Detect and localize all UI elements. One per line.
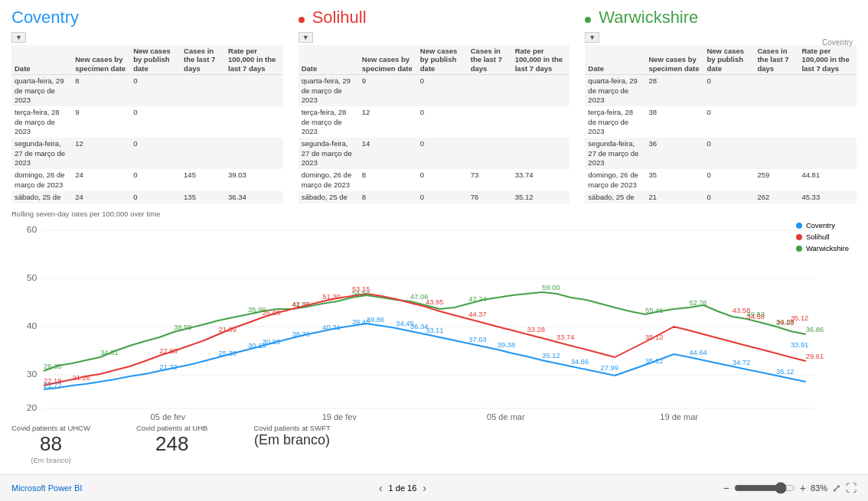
svg-text:05 de fev: 05 de fev (151, 413, 186, 420)
col-rate-w: Rate per 100,000 in the last 7 days (798, 45, 857, 75)
svg-text:35.12: 35.12 (645, 334, 663, 341)
col-date-s: Date (299, 45, 359, 75)
svg-text:21.89: 21.89 (218, 327, 236, 333)
svg-text:41.35: 41.35 (292, 301, 310, 308)
table-row: sábado, 25 de24013536.34 (11, 191, 283, 203)
table-row: domingo, 26 de março de 2023807333.74 (299, 169, 570, 191)
stat-swft: Covid patients at SWFT (Em branco) (253, 424, 330, 448)
zoom-in-button[interactable]: + (800, 482, 806, 494)
warwickshire-dropdown[interactable]: ▼ (585, 32, 599, 43)
svg-text:47.24: 47.24 (468, 296, 486, 303)
svg-text:21.26: 21.26 (72, 375, 90, 382)
col-new-spec-s: New cases by specimen date (359, 45, 417, 75)
col-date: Date (11, 45, 72, 75)
svg-text:21.72: 21.72 (159, 364, 177, 371)
col-last7-w: Cases in the last 7 days (754, 45, 798, 75)
col-new-spec-w: New cases by specimen date (645, 45, 703, 75)
powerbi-link[interactable]: Microsoft Power BI (11, 483, 82, 493)
table-row: terça-feira, 28 de março de 2023380 (585, 106, 857, 138)
col-rate-s: Rate per 100,000 in the last 7 days (512, 45, 570, 75)
svg-text:44.64: 44.64 (689, 350, 706, 356)
table-row: segunda-feira, 27 de março de 2023140 (299, 138, 570, 169)
legend-coventry: Coventry (796, 221, 849, 229)
legend-dot-coventry (796, 223, 802, 229)
svg-text:39.86: 39.86 (367, 317, 384, 324)
svg-text:40: 40 (27, 322, 38, 330)
svg-text:53.15: 53.15 (352, 286, 370, 293)
legend-dot-solihull (796, 234, 802, 240)
zoom-level: 83% (811, 483, 827, 493)
svg-text:34.66: 34.66 (571, 359, 589, 366)
svg-text:22.88: 22.88 (159, 348, 177, 355)
table-row: sábado, 25 de21026245.33 (585, 191, 857, 203)
expand-button[interactable]: ⛶ (846, 482, 857, 494)
prev-page-button[interactable]: ‹ (379, 482, 383, 494)
svg-text:44.37: 44.37 (468, 311, 486, 318)
uhb-label: Covid patients at UHB (136, 424, 207, 432)
swft-value: (Em branco) (253, 432, 330, 448)
svg-text:35.12: 35.12 (542, 353, 560, 359)
svg-text:30: 30 (27, 370, 38, 379)
svg-text:51.30: 51.30 (322, 294, 340, 301)
svg-text:25.30: 25.30 (218, 350, 236, 357)
table-row: terça-feira, 28 de março de 2023120 (299, 106, 570, 138)
fullscreen-button[interactable]: ⤢ (832, 482, 841, 494)
svg-text:50: 50 (27, 274, 38, 282)
svg-text:43.95: 43.95 (426, 299, 443, 306)
coventry-table: Date New cases by specimen date New case… (11, 45, 283, 203)
svg-text:26.38: 26.38 (44, 363, 61, 370)
table-row: quarta-feira, 29 de março de 2023280 (585, 75, 857, 107)
svg-text:38.59: 38.59 (174, 324, 191, 331)
svg-text:55.46: 55.46 (645, 307, 663, 314)
svg-text:36.86: 36.86 (806, 327, 824, 333)
chart-legend: Coventry Solihull Warwickshire (796, 221, 849, 252)
zoom-out-button[interactable]: − (723, 482, 729, 494)
page-info: 1 de 16 (389, 483, 417, 493)
uhb-value: 248 (136, 432, 207, 456)
svg-text:21.72: 21.72 (44, 382, 61, 389)
coventry-dropdown[interactable]: ▼ (11, 32, 26, 43)
svg-text:59.00: 59.00 (542, 285, 560, 291)
col-last7-s: Cases in the last 7 days (468, 45, 512, 75)
svg-text:34.72: 34.72 (733, 359, 750, 366)
svg-text:29.61: 29.61 (806, 353, 824, 360)
svg-text:27.99: 27.99 (600, 365, 618, 372)
warwickshire-title: Warwickshire (599, 8, 698, 28)
warwickshire-indicator (585, 17, 591, 23)
svg-text:33.28: 33.28 (527, 327, 544, 333)
stats-row: Covid patients at UHCW 88 (Em branco) Co… (11, 424, 857, 464)
uhcw-label: Covid patients at UHCW (11, 424, 90, 432)
chart-wrapper: Coventry Solihull Warwickshire 60 50 40 … (11, 221, 857, 420)
stat-uhb: Covid patients at UHB 248 (136, 424, 207, 456)
svg-text:19 de mar: 19 de mar (660, 413, 698, 420)
coventry-section: Coventry ▼ Date New cases by specimen da… (11, 8, 283, 203)
col-new-spec: New cases by specimen date (72, 45, 130, 75)
legend-label-solihull: Solihull (806, 233, 830, 241)
svg-text:26.05: 26.05 (263, 310, 280, 317)
col-last7: Cases in the last 7 days (181, 45, 225, 75)
table-row: segunda-feira, 27 de março de 2023120 (11, 138, 283, 169)
line-chart: 60 50 40 30 20 05 de fev 19 de fev 05 de… (11, 221, 857, 420)
svg-text:33.91: 33.91 (791, 342, 808, 349)
table-row: domingo, 26 de março de 202335025944.81 (585, 169, 857, 191)
coventry-label-right: Coventry (822, 38, 853, 47)
solihull-title: Solihull (312, 8, 367, 28)
next-page-button[interactable]: › (423, 482, 426, 494)
chart-subtitle: Rolling seven-day rates per 100,000 over… (11, 210, 857, 218)
zoom-slider[interactable] (734, 482, 795, 494)
svg-text:52.76: 52.76 (689, 300, 706, 307)
table-row: quarta-feira, 29 de março de 202390 (299, 75, 570, 107)
chart-area: Rolling seven-day rates per 100,000 over… (11, 210, 857, 470)
svg-text:30.95: 30.95 (263, 339, 280, 346)
col-new-pub: New cases by publish date (130, 45, 181, 75)
bottom-bar: Microsoft Power BI ‹ 1 de 16 › − + 83% ⤢… (0, 474, 868, 501)
svg-text:35.12: 35.12 (791, 315, 808, 322)
warwickshire-section: Warwickshire ▼ Date New cases by specime… (585, 8, 857, 203)
svg-text:05 de mar: 05 de mar (487, 413, 525, 420)
coventry-title: Coventry (11, 8, 283, 28)
solihull-section: Solihull ▼ Date New cases by specimen da… (299, 8, 570, 203)
col-date-w: Date (585, 45, 645, 75)
legend-label-coventry: Coventry (806, 221, 835, 229)
svg-text:20: 20 (27, 404, 38, 412)
solihull-dropdown[interactable]: ▼ (299, 32, 313, 43)
